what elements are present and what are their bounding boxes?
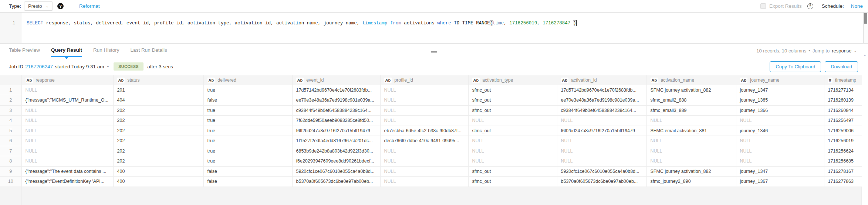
cell-profile_id: eb7ecb5a-6d5e-4fc2-b38c-9f0db87f...	[380, 126, 468, 136]
column-header-timestamp: #timestamp	[824, 75, 862, 85]
export-results-checkbox[interactable]	[760, 3, 766, 9]
editor-scrollbar[interactable]	[863, 13, 868, 43]
job-actions: Copy To Clipboard Download	[770, 61, 858, 72]
cell-delivered: false	[203, 177, 292, 187]
sql-token: )	[573, 21, 576, 26]
cell-timestamp: 1716260844	[824, 105, 862, 116]
table-body: 1NULL201true17d57142bd9670e4c1e70f2683fd…	[0, 85, 862, 187]
text-type-icon: Ab	[384, 78, 392, 83]
tab-table-preview[interactable]: Table Preview	[9, 47, 40, 57]
cell-activation_id: 5920cfc1ce067c6010e055ca4a0b8d...	[557, 166, 646, 177]
text-type-icon: Ab	[561, 78, 569, 83]
column-header-response: Abresponse	[21, 75, 113, 85]
cell-delivered: true	[203, 146, 292, 156]
column-header-profile_id: Abprofile_id	[380, 75, 468, 85]
job-id-link[interactable]: 2167206247	[25, 64, 53, 69]
cell-event_id: 7f62dde59f50aeeb9093285ce8fd50...	[292, 116, 380, 126]
column-header-delivered: Abdelivered	[203, 75, 292, 85]
cell-activation_type: NULL	[468, 146, 557, 156]
text-type-icon: Ab	[26, 78, 33, 83]
cell-activation_type: sfmc_out	[468, 85, 557, 95]
cell-profile_id: NULL	[380, 146, 468, 156]
cell-journey_name: NULL	[736, 136, 824, 146]
schedule-value-link[interactable]: None	[851, 3, 863, 9]
download-button[interactable]: Download	[825, 61, 858, 72]
sql-token	[570, 21, 573, 26]
column-header-activation_id: Abactivation_id	[557, 75, 646, 85]
sql-token: ,	[537, 21, 543, 26]
tab-last-run-details[interactable]: Last Run Details	[131, 47, 167, 57]
column-label: timestamp	[835, 78, 857, 83]
cell-delivered: false	[203, 166, 292, 177]
cell-journey_name: NULL	[736, 146, 824, 156]
column-label: profile_id	[394, 78, 413, 83]
help-icon[interactable]: ?	[57, 3, 64, 9]
cell-timestamp: 1716277863	[824, 177, 862, 187]
result-meta: 10 records, 10 columns • Jump to respons…	[756, 48, 857, 54]
jump-to-chevron-icon[interactable]: ⌄	[854, 49, 857, 53]
bullet: •	[107, 64, 109, 69]
column-label: status	[127, 78, 139, 83]
text-type-icon: Ab	[472, 78, 480, 83]
cell-profile_id: NULL	[380, 95, 468, 106]
cell-journey_name: journey_1347	[736, 166, 824, 177]
cell-event_id: f6e20293947609eee8dd90261bdecf...	[292, 156, 380, 167]
table-row: 6NULL202true1f1527f2edfa4edd8167967cb201…	[0, 136, 862, 146]
cell-activation_type: NULL	[468, 116, 557, 126]
export-results-label: Export Results	[769, 3, 802, 9]
cell-delivered: false	[203, 95, 292, 106]
cell-timestamp: 1716277134	[824, 85, 862, 95]
cell-journey_name: journey_1365	[736, 95, 824, 106]
job-status-bar: Job ID 2167206247 started Today 9:31 am …	[0, 58, 868, 75]
query-editor-page: Type: Presto ⌄ ? Reformat Export Results…	[0, 0, 868, 205]
cell-timestamp: 1716256497	[824, 116, 862, 126]
jump-to-value[interactable]: response	[832, 48, 851, 54]
jump-to-label: Jump to	[813, 48, 830, 54]
table-row: 1NULL201true17d57142bd9670e4c1e70f2683fd…	[0, 85, 862, 95]
cell-activation_id: b5370a0f605673dc6be0e97ab00eb...	[557, 177, 646, 187]
header-row: AbresponseAbstatusAbdeliveredAbevent_idA…	[0, 75, 862, 85]
cell-event_id: 5920cfc1ce067c6010e055ca4a0b8d...	[292, 166, 380, 177]
tab-query-result[interactable]: Query Result	[51, 47, 82, 57]
sql-token: 1716256019	[509, 21, 537, 26]
cell-event_id: ee70e3e48a36a7ed9198c981e039a...	[292, 95, 380, 106]
collapse-chevron-icon[interactable]: ^	[864, 54, 866, 58]
column-label: delivered	[217, 78, 236, 83]
cell-activation_id: f6ff2bd247a8c9716f270a15bff19479	[557, 126, 646, 136]
cell-response: NULL	[21, 116, 113, 126]
sql-token: from	[390, 21, 401, 26]
cell-event_id: f6ff2bd247a8c9716f270a15bff19479	[292, 126, 380, 136]
cell-activation_type: sfmc_out	[468, 105, 557, 116]
cell-activation_name: sfmc_email3_889	[646, 105, 736, 116]
cell-profile_id: NULL	[380, 156, 468, 167]
schedule-label: Schedule:	[822, 3, 844, 9]
row-number-header	[0, 75, 21, 85]
cell-activation_name: NULL	[646, 116, 736, 126]
sql-line[interactable]: SELECT response, status, delivered, even…	[27, 20, 861, 26]
cell-profile_id: NULL	[380, 177, 468, 187]
job-id-label: Job ID	[9, 64, 23, 69]
sql-token: ,	[504, 21, 509, 26]
pane-resize-handle[interactable]	[431, 51, 437, 54]
cell-journey_name: journey_1367	[736, 177, 824, 187]
row-number: 7	[0, 146, 21, 156]
toolbar-right: Export Results ? Schedule: None	[760, 3, 863, 9]
reformat-link[interactable]: Reformat	[79, 3, 100, 9]
query-type-select[interactable]: Presto ⌄	[24, 1, 53, 11]
export-help-icon[interactable]: ?	[807, 3, 813, 9]
sql-token: activations	[401, 21, 438, 26]
cell-timestamp: 1716256685	[824, 156, 862, 167]
sql-editor[interactable]: 1 SELECT response, status, delivered, ev…	[0, 13, 868, 44]
column-label: activation_name	[661, 78, 694, 83]
cell-activation_name: NULL	[646, 136, 736, 146]
copy-to-clipboard-button[interactable]: Copy To Clipboard	[770, 61, 821, 72]
line-number: 1	[12, 21, 15, 26]
cell-activation_id: c93844f649b0ef64583884239c164...	[557, 105, 646, 116]
cell-activation_name: sfmc_journey2_890	[646, 177, 736, 187]
column-label: response	[36, 78, 54, 83]
cell-status: 202	[113, 146, 203, 156]
tab-run-history[interactable]: Run History	[93, 47, 119, 57]
cell-activation_id: NULL	[557, 116, 646, 126]
editor-scrollbar-thumb[interactable]	[864, 13, 867, 24]
row-number: 5	[0, 126, 21, 136]
